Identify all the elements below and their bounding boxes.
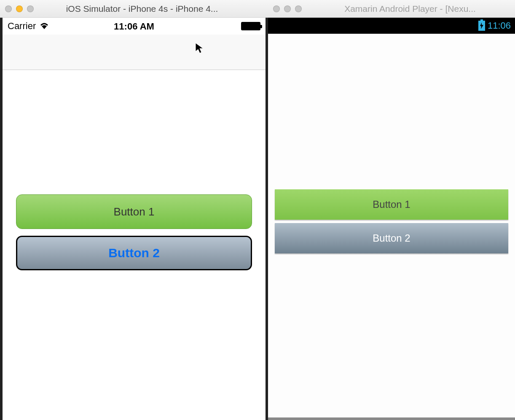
ios-time-label: 11:06 AM (3, 21, 266, 32)
ios-device-frame: Carrier 11:06 AM Button 1 (0, 18, 268, 420)
minimize-window-button[interactable] (284, 5, 291, 12)
close-window-button[interactable] (5, 5, 12, 12)
ios-button-2-label: Button 2 (108, 246, 160, 260)
android-button-2-label: Button 2 (373, 232, 410, 244)
ios-screen: Carrier 11:06 AM Button 1 (3, 18, 266, 420)
ios-statusbar: Carrier 11:06 AM (3, 18, 266, 35)
ios-button-2[interactable]: Button 2 (16, 236, 252, 270)
android-window-title: Xamarin Android Player - [Nexu... (310, 4, 510, 14)
android-content-area: Button 1 Button 2 (268, 34, 515, 417)
ios-simulator-window: iOS Simulator - iPhone 4s - iPhone 4... … (0, 0, 268, 420)
ios-window-title: iOS Simulator - iPhone 4s - iPhone 4... (21, 4, 263, 14)
ios-button-1-label: Button 1 (114, 205, 155, 218)
android-window-titlebar[interactable]: Xamarin Android Player - [Nexu... (268, 0, 515, 18)
ios-window-titlebar[interactable]: iOS Simulator - iPhone 4s - iPhone 4... (0, 0, 268, 18)
battery-icon (241, 22, 260, 30)
close-window-button[interactable] (273, 5, 280, 12)
ios-status-right (241, 22, 260, 30)
ios-content-area: Button 1 Button 2 (3, 70, 266, 420)
ios-button-1[interactable]: Button 1 (16, 194, 252, 229)
android-button-2[interactable]: Button 2 (275, 223, 508, 253)
android-player-window: Xamarin Android Player - [Nexu... 11:06 … (268, 0, 515, 417)
android-button-1-label: Button 1 (373, 199, 410, 210)
maximize-window-button[interactable] (295, 5, 302, 12)
android-device-frame: 11:06 Button 1 Button 2 (268, 18, 515, 417)
battery-charging-icon (478, 21, 485, 31)
android-time-label: 11:06 (488, 20, 511, 31)
android-statusbar: 11:06 (268, 18, 515, 34)
ios-navbar (3, 35, 266, 70)
traffic-lights (273, 5, 302, 12)
android-button-1[interactable]: Button 1 (275, 189, 508, 220)
